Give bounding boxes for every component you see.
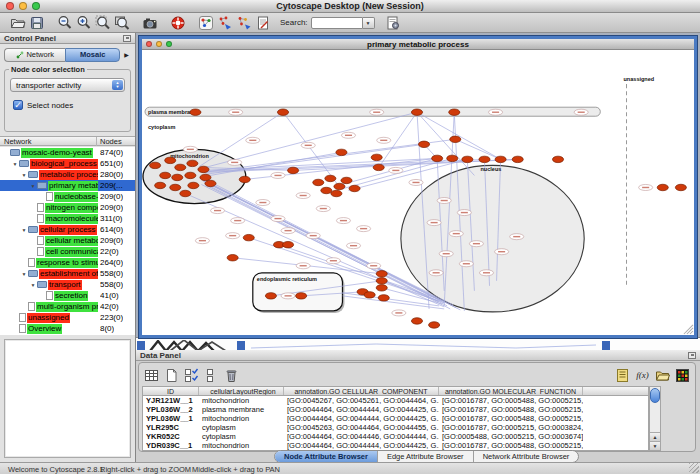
- network-node[interactable]: [239, 176, 250, 182]
- table-cell[interactable]: [GO:0016787, GO:0005488, GO:0005215, G..…: [439, 396, 583, 405]
- network-node[interactable]: [165, 157, 176, 163]
- network-node[interactable]: [376, 278, 387, 284]
- tab-network[interactable]: Network: [4, 48, 65, 62]
- table-row[interactable]: YDR039C__1mitochondrion[GO:0044464, GO:0…: [143, 441, 648, 450]
- table-cell[interactable]: mitochondrion: [199, 441, 284, 450]
- help-ring-icon[interactable]: [168, 13, 187, 32]
- network-node[interactable]: [325, 175, 336, 181]
- expand-arrow-icon[interactable]: ▼: [20, 227, 28, 233]
- expand-arrow-icon[interactable]: ▼: [20, 172, 28, 178]
- network-node[interactable]: [552, 156, 563, 162]
- table-cell[interactable]: [GO:0044464, GO:0044444, GO:0044425, G..…: [284, 414, 439, 423]
- tree-row[interactable]: nitrogen compo209(0): [0, 202, 135, 213]
- scroll-down-icon[interactable]: ▼: [650, 441, 660, 450]
- heatmap-matrix-icon[interactable]: [674, 367, 691, 384]
- tree-row[interactable]: ▼metabolic process280(0): [0, 169, 135, 180]
- table-cell[interactable]: cytoplasm: [199, 423, 284, 432]
- expand-arrow-icon[interactable]: ▼: [11, 161, 19, 167]
- network-node[interactable]: [198, 166, 209, 172]
- table-cell[interactable]: YPL036W__1: [143, 414, 199, 423]
- function-builder-icon[interactable]: f(x): [634, 367, 651, 384]
- network-node[interactable]: [512, 156, 523, 162]
- network-edge[interactable]: [455, 139, 500, 159]
- tree-row[interactable]: cell communicat22(0): [0, 246, 135, 257]
- network-node[interactable]: [205, 180, 216, 186]
- zoom-fit-icon[interactable]: [112, 13, 131, 32]
- apply-layout-icon[interactable]: [215, 13, 234, 32]
- table-cell[interactable]: [GO:0044464, GO:0044444, GO:0044425, G..…: [284, 405, 439, 414]
- tree-row[interactable]: ▼transport558(0): [0, 279, 135, 290]
- network-canvas[interactable]: plasma membranecytoplasmmitochondrionnuc…: [142, 50, 694, 335]
- table-cell[interactable]: [GO:0044464, GO:0044444, GO:0044425, G..…: [284, 441, 439, 450]
- network-node[interactable]: [175, 164, 186, 170]
- network-node[interactable]: [283, 241, 294, 247]
- network-node[interactable]: [180, 190, 191, 196]
- table-cell[interactable]: mitochondrion: [199, 396, 284, 405]
- open-folder-icon[interactable]: [8, 13, 27, 32]
- table-cell[interactable]: [GO:0016787, GO:0005488, GO:0005215, G..…: [439, 405, 583, 414]
- tree-row[interactable]: cellular metabo209(0): [0, 235, 135, 246]
- tree-row[interactable]: ▼biological_process651(0): [0, 158, 135, 169]
- advanced-search-icon[interactable]: [384, 13, 403, 32]
- expand-arrow-icon[interactable]: ▼: [20, 271, 28, 277]
- table-cell[interactable]: [GO:0016787, GO:0005488, GO:0005215, G..…: [439, 414, 583, 423]
- network-node[interactable]: [364, 292, 375, 298]
- select-nodes-checkbox[interactable]: ✓: [13, 100, 23, 110]
- unselect-attributes-icon[interactable]: [203, 367, 220, 384]
- more-tabs-arrow-icon[interactable]: ▶: [122, 49, 131, 60]
- table-cell[interactable]: [GO:0016787, GO:0005488, GO:0005215, G..…: [439, 441, 583, 450]
- table-row[interactable]: YLR295Ccytoplasm[GO:0045263, GO:0044464,…: [143, 423, 648, 432]
- table-cell[interactable]: YDR039C__1: [143, 441, 199, 450]
- network-node[interactable]: [462, 156, 473, 162]
- tree-row[interactable]: secretion41(0): [0, 290, 135, 301]
- column-header[interactable]: annotation.GO CELLULAR_COMPONENT: [284, 387, 439, 395]
- network-node[interactable]: [429, 322, 440, 328]
- table-scrollbar[interactable]: ▲ ▼: [649, 386, 661, 451]
- zoom-in-icon[interactable]: [74, 13, 93, 32]
- network-manager-icon[interactable]: [196, 13, 215, 32]
- network-node[interactable]: [296, 293, 307, 299]
- expand-arrow-icon[interactable]: ▼: [29, 183, 37, 189]
- network-node[interactable]: [331, 190, 342, 196]
- network-node[interactable]: [657, 184, 668, 190]
- tree-row[interactable]: multi-organism pro42(0): [0, 301, 135, 312]
- tree-row[interactable]: nucleobase-209(0): [0, 191, 135, 202]
- network-zoom-button[interactable]: [166, 41, 172, 47]
- network-node[interactable]: [675, 184, 686, 190]
- network-node[interactable]: [449, 109, 460, 115]
- scrollbar-thumb[interactable]: [650, 388, 660, 403]
- network-node[interactable]: [243, 234, 254, 240]
- network-node[interactable]: [277, 109, 288, 115]
- tree-row[interactable]: ▼establishment of lo558(0): [0, 268, 135, 279]
- network-node[interactable]: [479, 156, 490, 162]
- tree-row[interactable]: unassigned223(0): [0, 312, 135, 323]
- table-cell[interactable]: [GO:0044464, GO:0044446, GO:0044444, G..…: [284, 432, 439, 441]
- zoom-out-icon[interactable]: [55, 13, 74, 32]
- network-node[interactable]: [200, 174, 211, 180]
- network-node[interactable]: [378, 295, 389, 301]
- network-node[interactable]: [411, 318, 422, 324]
- tab-network-attribute-browser[interactable]: Network Attribute Browser: [474, 451, 579, 462]
- network-node[interactable]: [155, 182, 166, 188]
- import-attributes-folder-icon[interactable]: [654, 367, 671, 384]
- tree-row[interactable]: macromolecule311(0): [0, 213, 135, 224]
- network-window-titlebar[interactable]: primary metabolic process: [142, 39, 694, 50]
- table-cell[interactable]: [GO:0045267, GO:0045261, GO:0044464, G..…: [284, 396, 439, 405]
- scroll-up-icon[interactable]: ▲: [650, 432, 660, 441]
- tree-row[interactable]: ▼primary metabo209(...: [0, 180, 135, 191]
- network-node[interactable]: [373, 164, 384, 170]
- column-header[interactable]: annotation.GO MOLECULAR_FUNCTION: [439, 387, 583, 395]
- network-node[interactable]: [170, 184, 181, 190]
- tree-row[interactable]: ▼cellular process614(0): [0, 224, 135, 235]
- network-minimize-button[interactable]: [156, 41, 162, 47]
- canvas-resize-grip[interactable]: [687, 328, 693, 334]
- network-node[interactable]: [447, 155, 458, 161]
- table-row[interactable]: YPL036W__1mitochondrion[GO:0044464, GO:0…: [143, 414, 648, 423]
- network-node[interactable]: [349, 185, 360, 191]
- network-node[interactable]: [371, 154, 382, 160]
- table-row[interactable]: YJR121W__1mitochondrion[GO:0045267, GO:0…: [143, 396, 648, 405]
- network-node[interactable]: [432, 155, 443, 161]
- network-node[interactable]: [190, 109, 201, 115]
- column-network[interactable]: Network: [0, 137, 97, 146]
- network-edge[interactable]: [417, 112, 501, 159]
